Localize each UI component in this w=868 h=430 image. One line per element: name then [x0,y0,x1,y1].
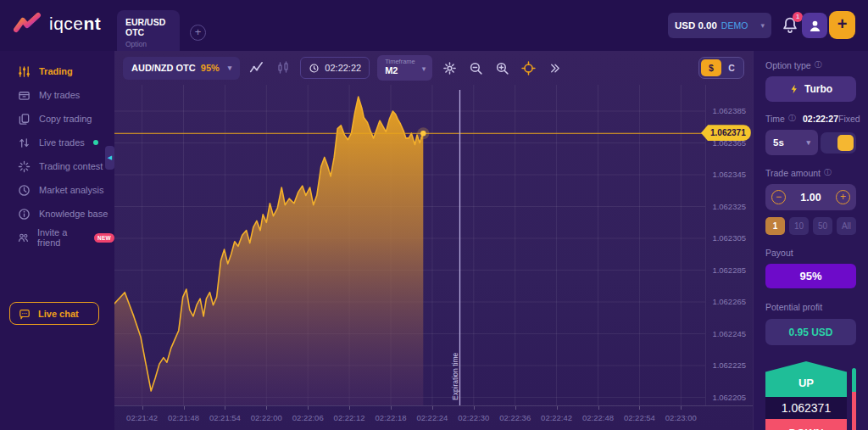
x-tick: 02:22:42 [541,413,572,422]
account-dropdown[interactable]: USD 0.00 DEMO ▾ [668,13,771,38]
add-asset-button[interactable]: + [190,25,206,41]
candlestick-chart-type-button[interactable] [274,59,292,77]
increase-amount-button[interactable]: + [836,190,850,204]
candlestick-icon [276,61,290,75]
down-button[interactable]: DOWN [765,419,847,430]
deposit-button[interactable]: + [829,11,855,39]
expiration-line-label: Expiration time [451,353,459,400]
quick-amount-1[interactable]: 1 [765,217,785,235]
info-icon: ⓘ [824,167,832,178]
x-tick-mark [432,406,433,410]
new-badge: NEW [94,233,114,243]
fixed-label: Fixed [838,114,860,124]
person-icon [808,19,822,33]
y-tick: 1.062245 [712,329,746,338]
timeframe-dropdown[interactable]: Timeframe M2 ▾ [377,55,432,81]
x-tick-mark [515,406,516,410]
sidebar-item-copy-trading[interactable]: Copy trading [0,107,114,131]
option-type-turbo-button[interactable]: Turbo [765,76,856,102]
payout-label: Payout [765,248,856,258]
x-tick-mark [349,406,350,410]
info-icon: ⓘ [788,113,796,124]
y-tick: 1.062305 [712,233,746,243]
chevron-down-icon: ▾ [806,138,810,147]
expiry-time-value: 02:22:27 [803,114,838,124]
server-time-value: 02:22:22 [325,63,361,73]
pair-payout: 95% [201,63,220,73]
sidebar-item-my-trades[interactable]: My trades [0,83,114,107]
chart-panel: AUD/NZD OTC 95% ▾ 02:22:22 Timeframe [114,51,753,430]
autoscroll-target-button[interactable] [519,59,537,77]
x-tick-mark [225,406,225,410]
cents-toggle-option[interactable]: C [721,59,742,76]
clock-icon [309,63,320,74]
quick-amount-50[interactable]: 50 [813,217,832,235]
zoom-in-icon [495,61,509,75]
crosshair-icon [521,61,536,75]
sidebar-item-trading-contest[interactable]: Trading contest [0,154,114,178]
x-tick: 02:22:12 [334,413,365,422]
asset-tab[interactable]: EUR/USD OTC Option [117,10,180,51]
asset-tab-subtitle: Option [125,40,180,48]
payout-value: 95% [765,264,856,288]
x-tick-mark [391,406,392,410]
duration-dropdown[interactable]: 5s ▾ [765,130,818,155]
sentiment-down-segment [852,392,856,430]
profile-button[interactable] [802,13,827,38]
sidebar-item-invite-a-friend[interactable]: Invite a friendNEW [0,226,114,249]
line-chart-type-button[interactable] [248,59,266,77]
last-point-dot [420,131,426,136]
live-chat-button[interactable]: Live chat [9,302,99,325]
trade-amount-label: Trade amountⓘ [765,167,856,178]
collapse-arrow-icon: ◀ [108,154,112,161]
sidebar-item-live-trades[interactable]: Live trades [0,131,114,154]
order-panel: Option typeⓘ Turbo Timeⓘ 02:22:27 Fixed … [753,51,868,430]
logo-mark-icon [14,12,42,36]
price-chart[interactable]: Expiration time [114,85,705,405]
x-tick-mark [598,406,599,410]
balance-value: USD 0.00 [675,20,717,31]
knowledge-base-icon [18,208,31,221]
fixed-time-toggle[interactable] [821,132,856,154]
lightning-icon [789,83,799,95]
logo[interactable]: iqcent [14,12,101,36]
live-trades-icon [18,137,31,149]
zoom-out-button[interactable] [466,59,485,77]
time-axis: 02:21:4202:21:4802:21:5402:22:0002:22:06… [114,405,753,430]
chart-toolbar: AUD/NZD OTC 95% ▾ 02:22:22 Timeframe [114,51,753,85]
dollar-toggle-option[interactable]: $ [701,59,721,76]
quick-amount-10[interactable]: 10 [789,217,809,235]
pair-label: AUD/NZD OTC [131,63,196,73]
currency-display-toggle[interactable]: $ C [698,57,744,79]
sidebar-item-label: Trading contest [39,161,103,171]
amount-stepper: − 1.00 + [765,184,856,210]
decrease-amount-button[interactable]: − [771,190,786,204]
potential-profit-label: Potential profit [765,302,856,312]
zoom-in-button[interactable] [492,59,511,77]
x-tick: 02:21:42 [126,413,158,422]
live-chat-label: Live chat [38,309,79,319]
timeframe-value: M2 [385,65,415,75]
sidebar-collapse-handle[interactable]: ◀ [105,146,114,170]
sidebar-item-knowledge-base[interactable]: Knowledge base [0,202,114,226]
sidebar-item-trading[interactable]: Trading [0,59,114,83]
expand-toolbar-button[interactable] [545,59,564,77]
sidebar-item-market-analysis[interactable]: Market analysis [0,178,114,202]
y-tick: 1.062225 [712,360,746,370]
pair-selector[interactable]: AUD/NZD OTC 95% ▾ [123,57,240,80]
notifications-button[interactable]: 1 [782,16,798,35]
x-tick: 02:23:00 [665,413,697,422]
x-tick: 02:22:36 [499,413,531,422]
option-type-label: Option typeⓘ [765,59,856,70]
up-button[interactable]: UP [765,361,847,397]
quick-amount-all[interactable]: All [837,217,856,235]
x-tick-mark [142,406,143,410]
x-tick: 02:22:30 [458,413,489,422]
chart-settings-button[interactable] [440,59,459,77]
sidebar: TradingMy tradesCopy tradingLive tradesT… [0,51,114,430]
y-tick: 1.062285 [712,265,746,275]
chevron-down-icon: ▾ [760,21,765,30]
sidebar-item-label: Market analysis [39,185,103,195]
chevron-down-icon: ▾ [228,64,232,72]
sidebar-item-label: Copy trading [39,114,92,124]
